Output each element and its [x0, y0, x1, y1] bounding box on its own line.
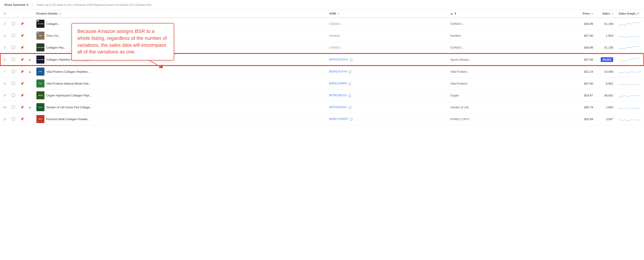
product-cell: VITAL Vital Proteins Collagen Peptides .…	[34, 66, 326, 78]
price-sort-icon: ⇅	[591, 13, 593, 15]
row-checkbox[interactable]	[12, 117, 15, 120]
row-checkbox-cell[interactable]	[9, 113, 18, 125]
row-checkbox-cell[interactable]	[9, 66, 18, 78]
brand-cell: Sports Resear...	[448, 53, 576, 66]
price-cell: $47.90	[576, 78, 596, 89]
copy-icon[interactable]	[350, 58, 353, 61]
pin-cell[interactable]: 📌	[18, 53, 26, 66]
brand-name: CONSCI...	[450, 46, 464, 49]
row-checkbox-cell[interactable]	[9, 101, 18, 113]
row-checkbox[interactable]	[12, 70, 15, 73]
col-header-price[interactable]: Price ⇅	[576, 10, 596, 18]
row-checkbox-cell[interactable]	[9, 53, 18, 66]
asin-cell[interactable]: B00XQ2XGAA	[326, 53, 448, 66]
row-checkbox[interactable]	[12, 105, 15, 108]
pin-cell[interactable]: 📌	[18, 89, 26, 101]
pin-icon[interactable]: 📌	[20, 46, 24, 49]
col-header-pin	[18, 10, 26, 18]
row-checkbox[interactable]	[12, 58, 15, 61]
pin-icon[interactable]: 📌	[20, 106, 24, 109]
sales-value: 14,448	[604, 70, 613, 73]
pin-cell[interactable]: 📌	[18, 18, 26, 30]
expand-cell	[26, 113, 34, 125]
copy-icon[interactable]	[349, 70, 352, 73]
asin-cell[interactable]: B00NLR1PX0	[326, 66, 448, 78]
row-checkbox[interactable]	[12, 46, 15, 49]
row-checkbox-cell[interactable]	[9, 78, 18, 89]
pin-icon[interactable]: 📌	[20, 22, 24, 26]
row-number: 11	[0, 113, 9, 125]
price-cell: $24.97	[576, 89, 596, 101]
pin-cell[interactable]: 📌	[18, 78, 26, 89]
sp-badge: SP	[36, 20, 39, 22]
pin-cell[interactable]: 📌	[18, 66, 26, 78]
asin-link[interactable]: B00NLR1PX0	[329, 70, 347, 73]
expand-cell[interactable]: ▶	[26, 53, 34, 66]
row-number: 6	[0, 53, 9, 66]
asin-cell[interactable]: B089CYRWRT	[326, 113, 448, 125]
col-header-asin[interactable]: ASIN ⇅	[326, 10, 448, 18]
pin-icon[interactable]: 📌	[20, 94, 24, 97]
sales-value: 8,901	[606, 82, 613, 85]
pin-icon[interactable]: 📌	[20, 58, 24, 61]
thumb-label: COLLAGEN	[37, 23, 44, 25]
copy-icon[interactable]	[350, 118, 353, 121]
expand-cell[interactable]: ▶	[26, 101, 34, 113]
table-row: 8 📌 VITAL Vital Proteins Natural Whole N…	[0, 78, 644, 89]
asin-link[interactable]: B00XQ2XGAA	[329, 58, 348, 61]
sales-cell: 1,553	[596, 30, 616, 42]
mini-graph	[618, 44, 641, 51]
pin-icon[interactable]: 📌	[20, 34, 24, 37]
row-checkbox-cell[interactable]	[9, 30, 18, 42]
asin-link[interactable]: B07BL69CD2	[329, 93, 347, 97]
expand-cell[interactable]: ▶	[26, 66, 34, 78]
expand-icon[interactable]: ▶	[29, 58, 31, 61]
row-checkbox[interactable]	[12, 82, 15, 85]
asin-link[interactable]: B089CYRWRT	[329, 117, 348, 120]
sales-cell: 14,448	[596, 66, 616, 78]
sales-cell: 51,158	[596, 18, 616, 30]
row-checkbox[interactable]	[12, 22, 15, 25]
graph-cell	[616, 42, 644, 54]
col-header-expand	[26, 10, 34, 18]
row-checkbox[interactable]	[12, 93, 15, 97]
row-checkbox-cell[interactable]	[9, 89, 18, 101]
brand-cell: Orgain	[448, 89, 576, 101]
tooltip-popup: Because Amazon assigns BSR to a whole li…	[72, 23, 174, 60]
col-header-brand[interactable]: ▲ ▼	[448, 10, 576, 18]
asin-link[interactable]: B083LDJNPK	[329, 82, 347, 85]
pin-cell[interactable]: 📌	[18, 42, 26, 54]
col-header-sales[interactable]: Sales ⇅	[596, 10, 616, 18]
pin-icon[interactable]: 📌	[20, 70, 24, 73]
expand-icon[interactable]: ▶	[29, 70, 31, 73]
col-header-num: #	[0, 10, 9, 18]
pin-cell[interactable]: 📌	[18, 113, 26, 125]
graph-cell	[616, 18, 644, 30]
row-checkbox-cell[interactable]	[9, 42, 18, 54]
price-value: $27.95	[584, 58, 593, 61]
price-cell: $21.24	[576, 66, 596, 78]
copy-icon[interactable]	[349, 106, 352, 109]
thumb-label: MULTI	[39, 118, 42, 120]
asin-cell[interactable]: B083LDJNPK	[326, 78, 448, 89]
pin-cell[interactable]: 📌	[18, 30, 26, 42]
copy-icon[interactable]	[348, 82, 352, 85]
asin-truncated: CONSCI...	[329, 46, 343, 49]
pin-cell[interactable]: 📌	[18, 101, 26, 113]
expand-icon[interactable]: ▶	[29, 106, 31, 109]
top-bar: Rows Selected: 0 | Select up to 10 asins…	[0, 0, 644, 10]
sort-up-icon: ▲	[450, 12, 453, 15]
asin-link[interactable]: B07K4SK9SY	[329, 105, 347, 109]
svg-rect-3	[350, 58, 352, 61]
asin-cell[interactable]: B07K4SK9SY	[326, 101, 448, 113]
graph-cell	[616, 78, 644, 89]
row-checkbox[interactable]	[12, 34, 15, 37]
asin-cell[interactable]: B07BL69CD2	[326, 89, 448, 101]
pin-icon[interactable]: 📌	[20, 117, 24, 121]
row-checkbox-cell[interactable]	[9, 18, 18, 30]
sales-cell: 2,893	[596, 101, 616, 113]
pin-icon[interactable]: 📌	[20, 82, 24, 85]
copy-icon[interactable]	[348, 94, 352, 97]
product-name: Premium Multi Collagen Powder...	[46, 117, 90, 121]
product-name: Collagen Pep...	[46, 46, 66, 49]
